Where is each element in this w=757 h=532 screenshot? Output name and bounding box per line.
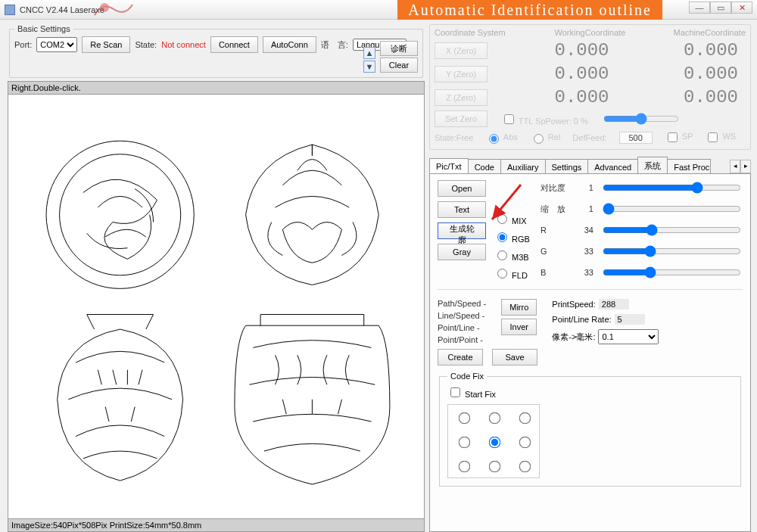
contrast-slider[interactable] — [603, 182, 741, 194]
minimize-button[interactable]: — — [689, 2, 710, 14]
anchor-grid — [447, 404, 540, 478]
anchor-ml[interactable] — [458, 437, 470, 449]
preview-hint: Right.Double-click. — [8, 81, 425, 94]
spin-down-button[interactable]: ▼ — [363, 61, 375, 73]
point-point-label: Point/Point - — [438, 335, 486, 344]
plrate-value[interactable]: 5 — [615, 314, 645, 325]
mirror-button[interactable]: Mirro — [501, 299, 537, 316]
ws-checkbox[interactable] — [708, 132, 718, 142]
anchor-mr[interactable] — [519, 437, 531, 449]
tab-auxiliary[interactable]: Auxiliary — [500, 159, 546, 174]
svg-point-2 — [60, 154, 181, 275]
state-label: State: — [135, 40, 157, 49]
ttl-slider[interactable] — [603, 113, 679, 125]
port-label: Port: — [14, 40, 32, 49]
printspeed-label: PrintSpeed: — [552, 300, 595, 309]
y-machine-value: 0.000 — [623, 64, 746, 84]
generate-outline-button[interactable]: 生成轮廓 — [438, 222, 486, 239]
open-button[interactable]: Open — [438, 180, 486, 197]
spin-up-button[interactable]: ▲ — [363, 47, 375, 59]
save-button[interactable]: Save — [492, 349, 537, 366]
contrast-value: 1 — [575, 183, 593, 192]
anchor-bl[interactable] — [458, 461, 470, 473]
scale-value: 1 — [575, 204, 593, 213]
g-value: 33 — [575, 247, 593, 256]
fld-radio[interactable] — [497, 269, 507, 278]
sp-checkbox[interactable] — [668, 132, 678, 142]
invert-button[interactable]: Inver — [501, 319, 537, 335]
rgb-radio[interactable] — [497, 232, 507, 242]
tab-scroll-right[interactable]: ▸ — [740, 160, 751, 173]
maximize-button[interactable]: ▭ — [710, 2, 731, 14]
port-select[interactable]: COM2 — [36, 37, 77, 52]
diagnose-button[interactable]: 诊断 — [380, 41, 418, 56]
tab-fast-proc[interactable]: Fast Proc — [667, 159, 711, 174]
b-label: B — [540, 268, 568, 277]
mix-radio[interactable] — [497, 214, 507, 224]
tab-system[interactable]: 系统 — [637, 157, 668, 174]
text-button[interactable]: Text — [438, 201, 486, 218]
coord-head-machine: MachineCoordinate — [642, 28, 746, 37]
point-line-label: Point/Line - — [438, 323, 486, 332]
anchor-tl[interactable] — [458, 412, 470, 425]
rose-decoration-icon — [91, 0, 136, 20]
deffeed-input[interactable] — [619, 132, 653, 144]
printspeed-value[interactable]: 288 — [599, 299, 629, 310]
y-zero-button[interactable]: Y (Zero) — [435, 66, 488, 82]
pxmm-select[interactable]: 0.1 — [598, 329, 659, 344]
anchor-mc[interactable] — [488, 437, 500, 449]
basic-settings-legend: Basic Settings — [14, 24, 73, 33]
ws-checkbox-label: WS — [705, 130, 736, 145]
b-slider[interactable] — [603, 266, 741, 278]
tab-content: Open Text 生成轮廓 Gray MIX RGB M3B FLD 对比度1… — [429, 174, 751, 532]
start-fix-label: Start Fix — [447, 390, 496, 399]
tab-code[interactable]: Code — [468, 159, 501, 174]
r-slider[interactable] — [603, 224, 741, 236]
close-button[interactable]: ✕ — [731, 2, 752, 14]
anchor-bc[interactable] — [488, 461, 500, 473]
rgb-radio-label: RGB — [494, 230, 530, 244]
state-value: Not connect — [161, 40, 206, 49]
state-free-label: State:Free — [435, 133, 473, 142]
clear-button[interactable]: Clear — [380, 58, 418, 73]
preview-canvas[interactable] — [8, 94, 425, 519]
z-machine-value: 0.000 — [623, 87, 746, 107]
abs-radio[interactable] — [489, 134, 499, 144]
g-slider[interactable] — [603, 245, 741, 257]
autoconn-button[interactable]: AutoConn — [263, 36, 316, 53]
g-label: G — [540, 247, 568, 256]
rescan-button[interactable]: Re Scan — [82, 36, 130, 53]
svg-point-0 — [100, 3, 109, 12]
m3b-radio[interactable] — [497, 250, 507, 260]
tab-bar: Pic/Txt Code Auxiliary Settings Advanced… — [429, 156, 751, 174]
code-fix-legend: Code Fix — [447, 372, 487, 381]
r-value: 34 — [575, 226, 593, 235]
anchor-tr[interactable] — [519, 412, 531, 425]
tab-scroll-left[interactable]: ◂ — [730, 160, 740, 173]
start-fix-checkbox[interactable] — [450, 387, 460, 397]
x-zero-button[interactable]: X (Zero) — [435, 42, 488, 59]
scale-slider[interactable] — [603, 203, 741, 215]
anchor-br[interactable] — [519, 461, 531, 473]
sp-checkbox-label: SP — [665, 130, 693, 145]
gray-button[interactable]: Gray — [438, 244, 486, 260]
ttl-checkbox[interactable] — [504, 114, 514, 124]
create-button[interactable]: Create — [438, 349, 483, 366]
connect-button[interactable]: Connect — [210, 36, 258, 53]
ttl-checkbox-label: TTL SpPower: 0 % — [501, 112, 588, 126]
app-icon — [5, 5, 15, 15]
z-working-value: 0.000 — [494, 87, 617, 107]
contrast-label: 对比度 — [540, 182, 568, 194]
set-zero-button[interactable]: Set Zero — [435, 110, 488, 127]
z-zero-button[interactable]: Z (Zero) — [435, 89, 488, 106]
anchor-tc[interactable] — [488, 412, 500, 425]
rel-radio-label: Rel — [530, 132, 561, 144]
code-fix-group: Code Fix Start Fix — [439, 372, 741, 487]
line-speed-label: Line/Speed - — [438, 311, 486, 320]
preview-artwork-icon — [17, 103, 416, 510]
tab-settings[interactable]: Settings — [545, 159, 589, 174]
tab-advanced[interactable]: Advanced — [587, 159, 638, 174]
x-machine-value: 0.000 — [623, 40, 746, 61]
tab-pic-txt[interactable]: Pic/Txt — [429, 158, 469, 173]
rel-radio[interactable] — [534, 134, 544, 144]
